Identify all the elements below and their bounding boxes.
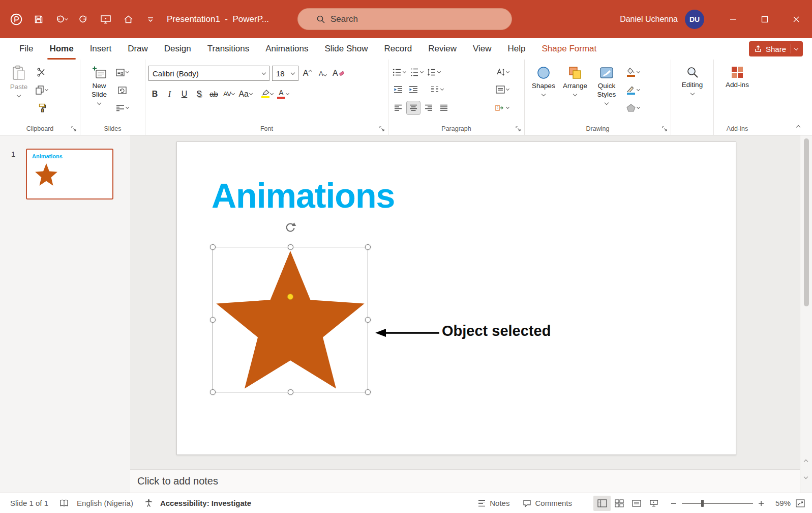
tab-view[interactable]: View (465, 38, 500, 60)
decrease-indent-button[interactable] (392, 83, 405, 96)
tab-slide-show[interactable]: Slide Show (316, 38, 376, 60)
tab-insert[interactable]: Insert (82, 38, 120, 60)
new-slide-button[interactable]: New Slide (83, 62, 115, 121)
zoom-out-button[interactable] (671, 500, 677, 506)
italic-button[interactable]: I (163, 87, 176, 101)
columns-button[interactable] (429, 83, 444, 96)
shape-effects-button[interactable] (625, 101, 641, 115)
shape-outline-button[interactable] (625, 83, 641, 97)
section-button[interactable] (115, 101, 130, 115)
next-slide-button[interactable] (804, 471, 808, 475)
language-selector[interactable]: English (Nigeria) (77, 499, 133, 507)
redo-button[interactable] (74, 10, 93, 28)
font-name-select[interactable]: Calibri (Body) (148, 66, 269, 81)
home-button[interactable] (119, 10, 137, 28)
line-spacing-button[interactable] (426, 66, 441, 79)
quick-styles-button[interactable]: Quick Styles (591, 62, 622, 121)
minimize-button[interactable] (717, 0, 749, 38)
slide-title-text[interactable]: Animations (212, 176, 395, 215)
slide-layout-button[interactable] (115, 66, 130, 79)
font-size-select[interactable]: 18 (272, 66, 298, 81)
tab-draw[interactable]: Draw (119, 38, 156, 60)
numbering-button[interactable] (409, 66, 424, 79)
increase-indent-button[interactable] (407, 83, 420, 96)
accessibility-status[interactable]: Accessibility: Investigate (160, 499, 251, 507)
resize-handle-bottom-right[interactable] (365, 389, 371, 395)
tab-shape-format[interactable]: Shape Format (534, 38, 605, 60)
normal-view-button[interactable] (593, 496, 611, 511)
adjust-handle[interactable] (287, 294, 293, 300)
accessibility-icon[interactable] (144, 499, 153, 507)
arrange-button[interactable]: Arrange (559, 62, 591, 121)
resize-handle-bottom-middle[interactable] (288, 389, 293, 395)
search-box[interactable]: Search (297, 8, 512, 30)
maximize-button[interactable] (749, 0, 780, 38)
tab-home[interactable]: Home (41, 38, 81, 60)
underline-button[interactable]: U (178, 87, 191, 101)
reset-slide-button[interactable] (115, 83, 130, 97)
tab-review[interactable]: Review (420, 38, 465, 60)
resize-handle-top-right[interactable] (365, 244, 371, 250)
text-shadow-button[interactable]: S (193, 87, 205, 101)
strikethrough-button[interactable]: ab (207, 87, 220, 101)
zoom-in-button[interactable] (758, 500, 764, 506)
tab-record[interactable]: Record (376, 38, 420, 60)
fit-to-window-button[interactable] (796, 499, 805, 507)
zoom-slider[interactable] (682, 503, 753, 504)
collapse-ribbon-button[interactable] (793, 122, 804, 131)
share-button[interactable]: Share (749, 41, 803, 56)
resize-handle-bottom-left[interactable] (210, 389, 216, 395)
increase-font-size-button[interactable]: A (301, 67, 314, 80)
reading-view-button[interactable] (628, 496, 645, 511)
notes-toggle[interactable]: Notes (477, 499, 509, 507)
vertical-scrollbar[interactable] (800, 135, 812, 493)
align-left-button[interactable] (392, 101, 405, 115)
save-button[interactable] (29, 10, 48, 28)
clear-formatting-button[interactable]: A (332, 67, 345, 80)
cut-button[interactable] (35, 66, 49, 79)
comments-toggle[interactable]: Comments (523, 499, 572, 507)
customize-qat-button[interactable] (141, 10, 160, 28)
tab-help[interactable]: Help (500, 38, 534, 60)
change-case-button[interactable]: Aa (237, 87, 253, 101)
rotation-handle[interactable] (284, 221, 296, 233)
spellcheck-icon[interactable] (59, 499, 70, 507)
start-slideshow-button[interactable] (97, 10, 115, 28)
undo-button[interactable] (52, 10, 70, 28)
font-dialog-launcher[interactable] (378, 125, 385, 132)
shapes-button[interactable]: Shapes (528, 62, 559, 121)
notes-pane[interactable]: Click to add notes (130, 469, 800, 493)
previous-slide-button[interactable] (804, 456, 808, 460)
decrease-font-size-button[interactable]: A (316, 67, 329, 80)
tab-animations[interactable]: Animations (257, 38, 316, 60)
slide-canvas[interactable]: Animations Ob (176, 141, 736, 455)
scrollbar-thumb[interactable] (804, 138, 809, 306)
format-painter-button[interactable] (35, 101, 49, 115)
close-button[interactable] (780, 0, 812, 38)
bold-button[interactable]: B (148, 87, 161, 101)
resize-handle-top-left[interactable] (210, 244, 216, 250)
shape-fill-button[interactable] (625, 66, 641, 79)
slideshow-view-button[interactable] (645, 496, 663, 511)
character-spacing-button[interactable]: AV (222, 87, 235, 101)
align-text-button[interactable] (495, 83, 510, 96)
slide-sorter-view-button[interactable] (611, 496, 628, 511)
star-shape[interactable] (213, 251, 368, 389)
bullets-button[interactable] (392, 66, 407, 79)
tab-transitions[interactable]: Transitions (199, 38, 258, 60)
zoom-percentage[interactable]: 59% (768, 499, 791, 507)
align-center-button[interactable] (407, 101, 420, 115)
tab-file[interactable]: File (11, 38, 41, 60)
paragraph-dialog-launcher[interactable] (515, 125, 522, 132)
align-right-button[interactable] (422, 101, 435, 115)
font-color-button[interactable]: A (276, 87, 290, 101)
tab-design[interactable]: Design (156, 38, 199, 60)
editing-button[interactable]: Editing (677, 62, 708, 95)
copy-button[interactable] (35, 83, 49, 97)
zoom-slider-thumb[interactable] (701, 500, 704, 507)
justify-button[interactable] (437, 101, 450, 115)
avatar[interactable]: DU (685, 10, 704, 29)
text-highlight-button[interactable] (260, 87, 274, 101)
slide-thumbnail[interactable]: Animations (26, 149, 113, 200)
resize-handle-top-middle[interactable] (288, 244, 293, 250)
